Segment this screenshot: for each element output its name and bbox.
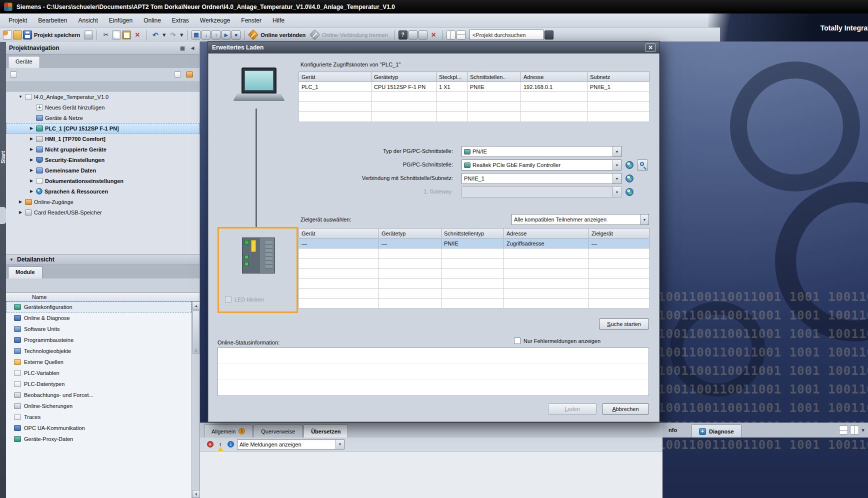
sync-online-icon[interactable] [186, 72, 193, 78]
menu-extras[interactable]: Extras [166, 15, 194, 26]
module-item-software-units[interactable]: Software Units [6, 324, 192, 334]
module-item-watch-force-tables[interactable]: Beobachtungs- und Forcet... [6, 390, 192, 400]
col-schnittstellentyp[interactable]: Schnittstellen.. [468, 72, 521, 82]
upload-from-device-icon[interactable] [212, 30, 220, 40]
chevron-down-icon[interactable] [336, 440, 344, 449]
module-item-traces[interactable]: Traces [6, 412, 192, 422]
scroll-up-icon[interactable] [192, 302, 200, 310]
start-cpu-icon[interactable] [222, 30, 230, 40]
project-search-input[interactable] [470, 30, 544, 40]
save-project-icon[interactable] [23, 30, 32, 40]
only-errors-checkbox[interactable] [514, 338, 520, 344]
tree-item-common-data[interactable]: Gemeinsame Daten [6, 165, 200, 176]
new-project-icon[interactable] [3, 30, 12, 40]
col-adresse[interactable]: Adresse [521, 72, 588, 82]
stop-simulation-icon[interactable] [418, 30, 428, 40]
open-project-icon[interactable] [13, 30, 22, 40]
tree-item-plc1[interactable]: PLC_1 [CPU 1512SP F-1 PN] [6, 123, 200, 134]
accessible-devices-icon[interactable] [398, 30, 408, 40]
interface-details-button[interactable] [637, 160, 648, 170]
chevron-down-icon[interactable] [640, 214, 648, 224]
configured-node-row[interactable]: PLC_1 CPU 1512SP F-1 PN 1 X1 PN/IE 192.1… [299, 82, 650, 92]
redo-dropdown-icon[interactable] [179, 30, 184, 40]
redo-button[interactable] [168, 30, 178, 40]
start-simulation-icon[interactable] [408, 30, 418, 40]
module-name-column-header[interactable]: Name [6, 292, 200, 302]
menu-fenster[interactable]: Fenster [236, 15, 267, 26]
interface-type-dropdown[interactable]: PN/IE [462, 146, 622, 157]
module-item-device-proxy-data[interactable]: Geräte-Proxy-Daten [6, 434, 192, 444]
tree-item-ungrouped-devices[interactable]: Nicht gruppierte Geräte [6, 144, 200, 154]
menu-ansicht[interactable]: Ansicht [72, 15, 103, 26]
chevron-down-icon[interactable] [18, 94, 23, 99]
panel-menu-icon[interactable] [859, 426, 867, 434]
chevron-right-icon[interactable] [29, 126, 34, 130]
save-project-label[interactable]: Projekt speichern [34, 32, 80, 38]
tab-module[interactable]: Module [8, 266, 42, 278]
stop-cpu-icon[interactable] [232, 30, 240, 40]
module-item-plc-datatypes[interactable]: PLC-Datentypen [6, 378, 192, 390]
pg-pc-interface-dropdown[interactable]: Realtek PCIe GbE Family Controller [462, 160, 622, 170]
print-icon[interactable] [84, 30, 93, 40]
col-geraetetyp[interactable]: Gerätetyp [372, 72, 436, 82]
chevron-down-icon[interactable] [612, 146, 621, 156]
warning-icon[interactable]: ! [216, 440, 224, 448]
col-schnittstellentyp[interactable]: Schnittstellentyp [442, 228, 504, 238]
module-item-online-backups[interactable]: Online-Sicherungen [6, 400, 192, 412]
menu-online[interactable]: Online [138, 15, 166, 26]
auto-collapse-icon[interactable] [178, 44, 186, 52]
panel-layout-icon[interactable] [839, 426, 848, 434]
start-search-button[interactable]: Suche starten [599, 318, 649, 330]
tree-item-project-root[interactable]: I4.0_Anlage_Temperatur_V1.0 [6, 92, 200, 102]
col-zielgeraet[interactable]: Zielgerät [589, 228, 650, 238]
module-item-opc-ua[interactable]: OPC UA-Kommunikation [6, 422, 192, 434]
tab-querverweise[interactable]: Querverweise [254, 424, 302, 438]
network-properties-icon[interactable] [626, 174, 634, 182]
tree-item-documentation-settings[interactable]: Dokumentationseinstellungen [6, 176, 200, 186]
network-properties-icon[interactable] [626, 188, 634, 196]
network-properties-icon[interactable] [626, 161, 634, 169]
project-search-button[interactable] [544, 30, 554, 40]
panel-layout-icon[interactable] [850, 426, 859, 434]
scrollbar-thumb[interactable]: ≡ [192, 310, 200, 354]
portal-notch[interactable] [0, 207, 6, 224]
tree-item-devices-networks[interactable]: Geräte & Netze [6, 112, 200, 123]
chevron-right-icon[interactable] [29, 158, 34, 162]
chevron-right-icon[interactable] [29, 147, 34, 152]
tree-item-card-reader[interactable]: Card Reader/USB-Speicher [6, 207, 200, 218]
col-geraetetyp[interactable]: Gerätetyp [379, 228, 442, 238]
col-steckplatz[interactable]: Steckpl... [436, 72, 468, 82]
undo-dropdown-icon[interactable] [162, 30, 166, 40]
compile-icon[interactable] [192, 30, 200, 40]
menu-einfuegen[interactable]: Einfügen [104, 15, 138, 26]
module-item-online-diagnose[interactable]: Online & Diagnose [6, 312, 192, 324]
tab-allgemein[interactable]: Allgemein i [204, 424, 252, 438]
col-geraet[interactable]: Gerät [299, 228, 379, 238]
target-device-row[interactable]: — — PN/IE Zugriffsadresse — [299, 238, 650, 248]
menu-werkzeuge[interactable]: Werkzeuge [194, 15, 236, 26]
menu-hilfe[interactable]: Hilfe [267, 15, 290, 26]
close-icon[interactable] [646, 44, 656, 52]
subnet-connection-dropdown[interactable]: PN/IE_1 [462, 173, 622, 184]
chevron-right-icon[interactable] [18, 200, 23, 204]
info-icon[interactable]: i [228, 441, 234, 448]
error-icon[interactable]: × [207, 441, 214, 448]
chevron-right-icon[interactable] [29, 178, 34, 183]
chevron-down-icon[interactable] [612, 174, 621, 184]
chevron-right-icon[interactable] [29, 189, 34, 194]
module-item-technology-objects[interactable]: Technologieobjekte [6, 346, 192, 356]
message-filter-dropdown[interactable]: Alle Meldungen anzeigen [237, 440, 344, 450]
sort-filter-icon[interactable] [10, 72, 17, 78]
dialog-title-bar[interactable]: Erweitertes Laden [208, 42, 660, 54]
menu-projekt[interactable]: Projekt [3, 15, 32, 26]
tree-item-languages-resources[interactable]: Sprachen & Ressourcen [6, 186, 200, 196]
download-to-device-icon[interactable] [202, 30, 210, 40]
scroll-down-icon[interactable] [192, 490, 200, 498]
go-offline-label[interactable]: Online-Verbindung trennen [322, 32, 388, 38]
chevron-right-icon[interactable] [29, 136, 34, 141]
undo-button[interactable] [150, 30, 160, 40]
tree-item-online-access[interactable]: Online-Zugänge [6, 196, 200, 207]
module-list-scrollbar[interactable]: ≡ [192, 302, 200, 498]
split-editor-vertical-icon[interactable] [446, 30, 456, 40]
copy-icon[interactable] [112, 30, 121, 40]
